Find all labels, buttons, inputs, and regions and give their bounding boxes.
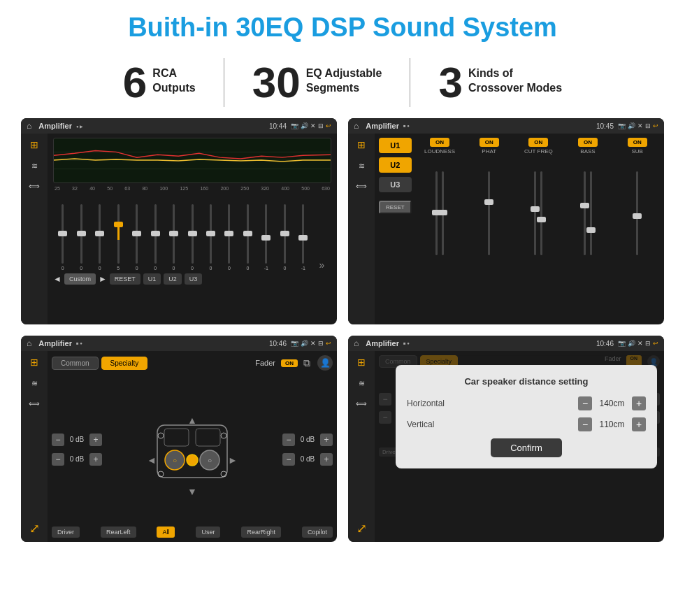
- horizontal-plus-btn[interactable]: +: [632, 396, 646, 410]
- crossover-topbar: ⌂ Amplifier ■ ● 10:45 📷 🔊 ✕ ⊟ ↩: [348, 118, 664, 134]
- equalizer-icon[interactable]: ⊞: [30, 139, 38, 150]
- custom-button[interactable]: Custom: [64, 273, 96, 285]
- back-icon[interactable]: ↩: [326, 122, 331, 129]
- dialog-topbar-icons: 📷 🔊 ✕ ⊟ ↩: [618, 340, 658, 347]
- cutfreq-label: CUT FREQ: [524, 148, 553, 155]
- specialty-tab[interactable]: Specialty: [101, 357, 148, 370]
- crossover-channels-area: ON LOUDNESS ON PHAT: [417, 138, 660, 320]
- u3-button[interactable]: U3: [185, 273, 203, 285]
- db-control-1: − 0 dB +: [52, 434, 102, 446]
- volume-control-icon[interactable]: ⟺: [29, 182, 40, 191]
- vertical-control: − 110cm +: [578, 417, 646, 431]
- prev-icon[interactable]: ◄: [53, 274, 62, 284]
- dialog-arrows-icon[interactable]: ⤢: [356, 521, 367, 536]
- eq-slider-10[interactable]: 0: [221, 204, 237, 271]
- eq-indicator: ● ▶: [76, 124, 83, 129]
- stat-item-eq: 30 EQ AdjustableSegments: [224, 61, 410, 104]
- eq-slider-6[interactable]: 0: [147, 204, 163, 271]
- fader-person-icon[interactable]: 👤: [317, 355, 333, 371]
- eq-screen: ⌂ Amplifier ● ▶ 10:44 📷 🔊 ✕ ⊟ ↩ ⊞ ≋ ⟺: [21, 118, 337, 324]
- rearleft-btn[interactable]: RearLeft: [101, 527, 136, 538]
- reset-eq-button[interactable]: RESET: [110, 273, 140, 285]
- bass-label: BASS: [580, 148, 595, 155]
- loudness-on-btn[interactable]: ON: [430, 138, 449, 147]
- u1-crossover-btn[interactable]: U1: [379, 138, 412, 153]
- stat-item-rca: 6 RCAOutputs: [95, 61, 224, 104]
- common-tab[interactable]: Common: [52, 357, 99, 370]
- eq-slider-11[interactable]: 0: [240, 204, 256, 271]
- fader-eq-icon[interactable]: ⊞: [30, 357, 38, 368]
- dialog-eq-icon[interactable]: ⊞: [357, 357, 366, 368]
- eq-slider-3[interactable]: 0: [92, 204, 108, 271]
- waveform-icon[interactable]: ≋: [31, 162, 38, 171]
- play-icon[interactable]: ►: [99, 274, 107, 284]
- dialog-wave-icon[interactable]: ≋: [359, 379, 365, 388]
- fader-vol-icon[interactable]: ⟺: [29, 399, 40, 408]
- dialog-home-icon[interactable]: ⌂: [354, 338, 359, 348]
- fader-back-icon[interactable]: ↩: [326, 340, 331, 347]
- dialog-back-icon[interactable]: ↩: [653, 340, 658, 347]
- u2-button[interactable]: U2: [164, 273, 182, 285]
- svg-text:○: ○: [208, 457, 212, 464]
- db-value-1: 0 dB: [67, 436, 87, 443]
- crossover-eq-icon[interactable]: ⊞: [357, 139, 366, 150]
- crossover-wave-icon[interactable]: ≋: [359, 162, 365, 171]
- copilot-btn[interactable]: Copilot: [302, 527, 333, 538]
- crossover-topbar-icons: 📷 🔊 ✕ ⊟ ↩: [618, 122, 658, 129]
- eq-slider-4[interactable]: 5: [110, 204, 126, 271]
- all-btn[interactable]: All: [157, 527, 175, 538]
- cutfreq-on-btn[interactable]: ON: [528, 138, 548, 147]
- home-icon[interactable]: ⌂: [27, 121, 31, 131]
- minus-4-btn[interactable]: −: [282, 453, 295, 466]
- phat-on-btn[interactable]: ON: [480, 138, 499, 147]
- plus-3-btn[interactable]: +: [320, 434, 333, 446]
- reset-crossover-btn[interactable]: RESET: [379, 201, 412, 214]
- sub-on-btn[interactable]: ON: [628, 138, 647, 147]
- expand-icon[interactable]: »: [319, 259, 324, 271]
- eq-slider-7[interactable]: 0: [166, 204, 182, 271]
- driver-btn[interactable]: Driver: [52, 527, 80, 538]
- eq-slider-13[interactable]: 0: [277, 204, 293, 271]
- svg-rect-3: [157, 425, 227, 478]
- svg-point-8: [187, 454, 198, 466]
- eq-time: 10:44: [269, 122, 287, 130]
- crossover-vol-icon[interactable]: ⟺: [356, 182, 367, 191]
- vertical-plus-btn[interactable]: +: [632, 417, 646, 431]
- fader-arrows-icon[interactable]: ⤢: [29, 521, 40, 536]
- eq-slider-14[interactable]: -1: [295, 204, 311, 271]
- dialog-vol-icon[interactable]: ⟺: [356, 399, 367, 408]
- bass-on-btn[interactable]: ON: [578, 138, 598, 147]
- fader-topbar-icons: 📷 🔊 ✕ ⊟ ↩: [291, 340, 331, 347]
- eq-slider-2[interactable]: 0: [73, 204, 89, 271]
- vertical-minus-btn[interactable]: −: [578, 417, 592, 431]
- rearright-btn[interactable]: RearRight: [241, 527, 281, 538]
- screens-grid: ⌂ Amplifier ● ▶ 10:44 📷 🔊 ✕ ⊟ ↩ ⊞ ≋ ⟺: [0, 118, 685, 553]
- minus-1-btn[interactable]: −: [52, 434, 64, 446]
- minus-3-btn[interactable]: −: [282, 434, 295, 446]
- page-title: Buith-in 30EQ DSP Sound System: [0, 0, 685, 51]
- stat-number-30: 30: [252, 61, 301, 104]
- u3-crossover-btn[interactable]: U3: [379, 177, 412, 192]
- confirm-button[interactable]: Confirm: [491, 438, 562, 457]
- crossover-back-icon[interactable]: ↩: [653, 122, 658, 129]
- eq-slider-9[interactable]: 0: [203, 204, 219, 271]
- plus-2-btn[interactable]: +: [89, 453, 102, 466]
- u2-crossover-btn[interactable]: U2: [379, 157, 412, 173]
- crossover-home-icon[interactable]: ⌂: [354, 121, 359, 131]
- eq-slider-8[interactable]: 0: [184, 204, 200, 271]
- eq-slider-1[interactable]: 0: [55, 204, 71, 271]
- minus-2-btn[interactable]: −: [52, 453, 64, 466]
- u1-button[interactable]: U1: [143, 273, 161, 285]
- plus-1-btn[interactable]: +: [89, 434, 102, 446]
- user-btn[interactable]: User: [196, 527, 220, 538]
- fader-wave-icon[interactable]: ≋: [31, 379, 38, 388]
- dialog-screen: ⌂ Amplifier ■ ● 10:46 📷 🔊 ✕ ⊟ ↩ ⊞ ≋ ⟺ ⤢: [348, 336, 664, 542]
- fader-main-area: Common Specialty Fader ON ⧉ 👤 − 0 dB: [48, 351, 337, 542]
- eq-slider-5[interactable]: 0: [129, 204, 145, 271]
- eq-slider-12[interactable]: -1: [258, 204, 274, 271]
- plus-4-btn[interactable]: +: [320, 453, 333, 466]
- horizontal-minus-btn[interactable]: −: [578, 396, 592, 410]
- crossover-sidebar: ⊞ ≋ ⟺: [348, 134, 375, 324]
- fader-left-db: − 0 dB + − 0 dB +: [52, 375, 102, 524]
- fader-home-icon[interactable]: ⌂: [27, 338, 31, 348]
